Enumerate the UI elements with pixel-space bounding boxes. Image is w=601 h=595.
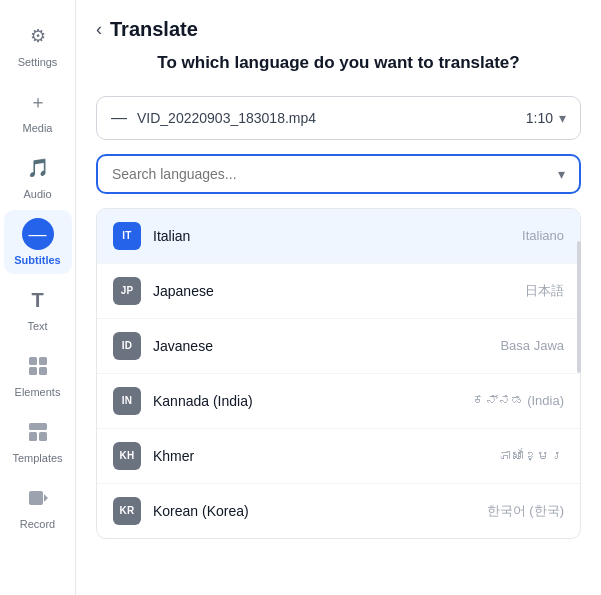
- sidebar-label-record: Record: [20, 518, 55, 530]
- svg-rect-0: [29, 357, 37, 365]
- lang-left-korean: KR Korean (Korea): [113, 497, 249, 525]
- file-info-left: — VID_20220903_183018.mp4: [111, 109, 316, 127]
- sidebar-item-subtitles[interactable]: — Subtitles: [4, 210, 72, 274]
- sidebar-label-text: Text: [27, 320, 47, 332]
- svg-rect-7: [29, 491, 43, 505]
- language-item-javanese[interactable]: ID Javanese Basa Jawa: [97, 319, 580, 374]
- back-button[interactable]: ‹: [96, 19, 102, 40]
- language-item-italian[interactable]: IT Italian Italiano: [97, 209, 580, 264]
- file-info-right: 1:10 ▾: [526, 110, 566, 126]
- language-item-japanese[interactable]: JP Japanese 日本語: [97, 264, 580, 319]
- lang-left-italian: IT Italian: [113, 222, 190, 250]
- lang-badge-kr: KR: [113, 497, 141, 525]
- sidebar-item-audio[interactable]: 🎵 Audio: [4, 144, 72, 208]
- lang-badge-in: IN: [113, 387, 141, 415]
- sidebar-label-elements: Elements: [15, 386, 61, 398]
- lang-native-italian: Italiano: [522, 228, 564, 243]
- content-area: To which language do you want to transla…: [76, 51, 601, 559]
- lang-native-korean: 한국어 (한국): [487, 502, 564, 520]
- sidebar-item-elements[interactable]: Elements: [4, 342, 72, 406]
- file-duration: 1:10: [526, 110, 553, 126]
- lang-name-khmer: Khmer: [153, 448, 194, 464]
- file-chevron-icon: ▾: [559, 110, 566, 126]
- file-dash: —: [111, 109, 127, 127]
- language-item-khmer[interactable]: KH Khmer ភាសាខ្មែរ: [97, 429, 580, 484]
- lang-left-javanese: ID Javanese: [113, 332, 213, 360]
- lang-left-kannada: IN Kannada (India): [113, 387, 253, 415]
- subtitles-icon: —: [22, 218, 54, 250]
- lang-native-japanese: 日本語: [525, 282, 564, 300]
- text-icon: T: [22, 284, 54, 316]
- sidebar-item-settings[interactable]: ⚙ Settings: [4, 12, 72, 76]
- lang-name-italian: Italian: [153, 228, 190, 244]
- language-search-box[interactable]: ▾: [96, 154, 581, 194]
- svg-rect-4: [29, 423, 47, 430]
- language-list: IT Italian Italiano JP Japanese 日本語: [96, 208, 581, 539]
- templates-icon: [22, 416, 54, 448]
- lang-name-japanese: Japanese: [153, 283, 214, 299]
- file-name: VID_20220903_183018.mp4: [137, 110, 316, 126]
- language-item-kannada[interactable]: IN Kannada (India) ಕನ್ನಡ (India): [97, 374, 580, 429]
- lang-badge-id: ID: [113, 332, 141, 360]
- sidebar-label-audio: Audio: [23, 188, 51, 200]
- svg-rect-6: [39, 432, 47, 441]
- lang-name-javanese: Javanese: [153, 338, 213, 354]
- lang-name-korean: Korean (Korea): [153, 503, 249, 519]
- lang-left-japanese: JP Japanese: [113, 277, 214, 305]
- lang-native-khmer: ភាសាខ្មែរ: [498, 448, 564, 463]
- sidebar-label-settings: Settings: [18, 56, 58, 68]
- lang-badge-it: IT: [113, 222, 141, 250]
- svg-rect-5: [29, 432, 37, 441]
- svg-rect-2: [29, 367, 37, 375]
- svg-marker-8: [44, 494, 48, 502]
- search-chevron-icon: ▾: [558, 166, 565, 182]
- sidebar-item-text[interactable]: T Text: [4, 276, 72, 340]
- lang-badge-kh: KH: [113, 442, 141, 470]
- elements-icon: [22, 350, 54, 382]
- svg-rect-3: [39, 367, 47, 375]
- language-list-wrapper: IT Italian Italiano JP Japanese 日本語: [96, 208, 581, 539]
- lang-left-khmer: KH Khmer: [113, 442, 194, 470]
- lang-native-javanese: Basa Jawa: [500, 338, 564, 353]
- header: ‹ Translate: [76, 0, 601, 51]
- page-title: Translate: [110, 18, 198, 41]
- sidebar-label-media: Media: [23, 122, 53, 134]
- sidebar-label-subtitles: Subtitles: [14, 254, 60, 266]
- lang-badge-jp: JP: [113, 277, 141, 305]
- lang-name-kannada: Kannada (India): [153, 393, 253, 409]
- file-row[interactable]: — VID_20220903_183018.mp4 1:10 ▾: [96, 96, 581, 140]
- sidebar-label-templates: Templates: [12, 452, 62, 464]
- sidebar: ⚙ Settings ＋ Media 🎵 Audio — Subtitles T…: [0, 0, 76, 595]
- svg-rect-1: [39, 357, 47, 365]
- search-input[interactable]: [112, 166, 558, 182]
- sidebar-item-templates[interactable]: Templates: [4, 408, 72, 472]
- main-panel: ‹ Translate To which language do you wan…: [76, 0, 601, 595]
- sidebar-item-record[interactable]: Record: [4, 474, 72, 538]
- language-item-korean[interactable]: KR Korean (Korea) 한국어 (한국): [97, 484, 580, 538]
- lang-native-kannada: ಕನ್ನಡ (India): [473, 393, 564, 408]
- audio-icon: 🎵: [22, 152, 54, 184]
- question-text: To which language do you want to transla…: [96, 51, 581, 76]
- sidebar-item-media[interactable]: ＋ Media: [4, 78, 72, 142]
- media-icon: ＋: [22, 86, 54, 118]
- record-icon: [22, 482, 54, 514]
- settings-icon: ⚙: [22, 20, 54, 52]
